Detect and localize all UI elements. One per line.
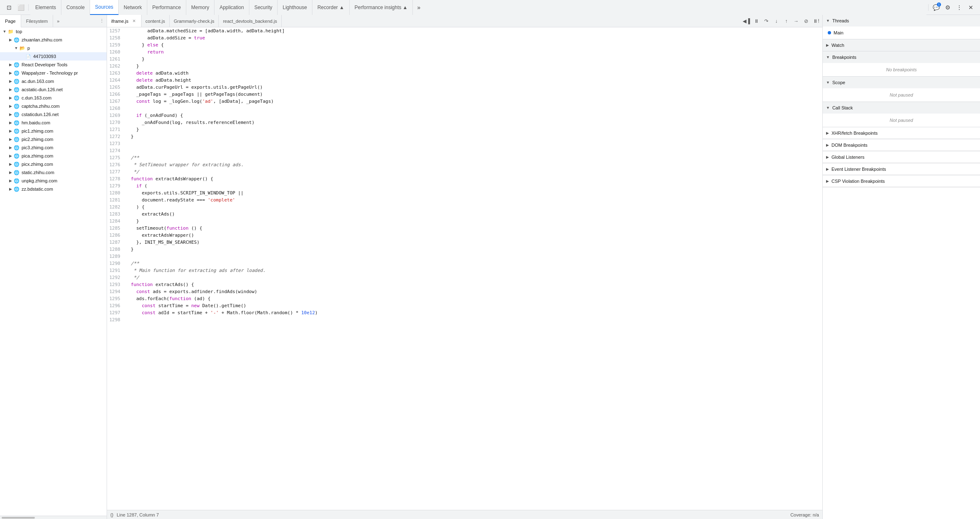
tab-network[interactable]: Network: [119, 0, 147, 15]
line-number: 1289: [107, 253, 124, 260]
tree-item-acstatic[interactable]: ▶ 🌐 acstatic-dun.126.net: [0, 85, 107, 94]
file-icon-447103093: 📄: [25, 53, 32, 60]
editor-tab-iframe[interactable]: iframe.js ✕: [107, 15, 141, 27]
event-header[interactable]: ▶ Event Listener Breakpoints: [823, 163, 980, 175]
code-line: 1263 delete adData.width: [107, 70, 822, 77]
device-toolbar-btn[interactable]: ⬜: [15, 2, 27, 13]
dom-header[interactable]: ▶ DOM Breakpoints: [823, 139, 980, 151]
editor-tab-grammarly[interactable]: Grammarly-check.js: [170, 15, 219, 27]
tab-performance[interactable]: Performance: [147, 0, 186, 15]
tab-security[interactable]: Security: [249, 0, 278, 15]
cursor-position: Line 1287, Column 7: [117, 512, 159, 517]
line-content: }: [124, 63, 822, 70]
editor-tab-react-backend[interactable]: react_devtools_backend.js: [219, 15, 281, 27]
tab-elements[interactable]: Elements: [30, 0, 61, 15]
line-number: 1272: [107, 133, 124, 140]
tab-sources[interactable]: Sources: [90, 0, 119, 15]
tree-item-447103093[interactable]: ▶ 📄 447103093: [0, 52, 107, 61]
line-number: 1295: [107, 295, 124, 302]
tree-item-unpkg[interactable]: ▶ 🌐 unpkg.zhimg.com: [0, 177, 107, 185]
xhr-header[interactable]: ▶ XHR/fetch Breakpoints: [823, 127, 980, 139]
editor-tab-iframe-close[interactable]: ✕: [131, 18, 137, 24]
call-stack-header[interactable]: ▼ Call Stack: [823, 102, 980, 114]
tree-label-picx: picx.zhimg.com: [22, 162, 53, 167]
tree-item-pic2[interactable]: ▶ 🌐 pic2.zhimg.com: [0, 135, 107, 143]
tree-item-static[interactable]: ▶ 🌐 static.zhihu.com: [0, 168, 107, 177]
tab-console[interactable]: Console: [61, 0, 90, 15]
tab-application[interactable]: Application: [215, 0, 249, 15]
inspect-element-btn[interactable]: ⊡: [3, 2, 15, 13]
step-btn[interactable]: →: [792, 17, 801, 26]
pause-on-exceptions-btn[interactable]: ⏸!: [812, 17, 821, 26]
coverage-info: Coverage: n/a: [790, 512, 819, 517]
breakpoints-header[interactable]: ▼ Breakpoints: [823, 51, 980, 63]
editor-tab-content[interactable]: content.js: [141, 15, 170, 27]
more-tabs-btn[interactable]: »: [413, 2, 424, 13]
sidebar-more-btn[interactable]: »: [53, 15, 63, 27]
tree-item-pica[interactable]: ▶ 🌐 pica.zhimg.com: [0, 152, 107, 160]
close-devtools-btn[interactable]: ✕: [965, 2, 977, 13]
tree-item-zz[interactable]: ▶ 🌐 zz.bdstatic.com: [0, 185, 107, 193]
tree-item-hm-baidu[interactable]: ▶ 🌐 hm.baidu.com: [0, 119, 107, 127]
line-content: const startTime = new Date().getTime(): [124, 302, 822, 309]
csp-header[interactable]: ▶ CSP Violation Breakpoints: [823, 175, 980, 187]
threads-arrow: ▼: [826, 19, 830, 23]
tree-item-top[interactable]: ▼ 📁 top: [0, 27, 107, 36]
tab-recorder[interactable]: Recorder ▲: [312, 0, 350, 15]
tab-lighthouse[interactable]: Lighthouse: [278, 0, 312, 15]
breakpoints-arrow: ▼: [826, 55, 830, 59]
step-over-btn[interactable]: ↷: [762, 17, 771, 26]
code-line: 1267 const log = _logGen.log('ad', [adDa…: [107, 98, 822, 105]
scope-header[interactable]: ▼ Scope: [823, 77, 980, 88]
file-tree: ▼ 📁 top ▶ 🌐 zhuanlan.zhihu.com ▼ 📂 p ▶ 📄…: [0, 27, 107, 516]
tree-item-zhuanlan[interactable]: ▶ 🌐 zhuanlan.zhihu.com: [0, 36, 107, 44]
step-out-btn[interactable]: ↑: [782, 17, 791, 26]
global-header[interactable]: ▶ Global Listeners: [823, 151, 980, 163]
pretty-print-btn[interactable]: {}: [110, 512, 113, 517]
tree-item-c-dun[interactable]: ▶ 🌐 c.dun.163.com: [0, 94, 107, 102]
breakpoints-label: Breakpoints: [832, 55, 856, 60]
watch-header[interactable]: ▶ Watch: [823, 39, 980, 51]
tree-item-p[interactable]: ▼ 📂 p: [0, 44, 107, 52]
line-number: 1282: [107, 204, 124, 211]
domain-icon-cstaticdun: 🌐: [13, 111, 20, 118]
settings-btn[interactable]: ⚙: [942, 2, 953, 13]
watch-section: ▶ Watch: [823, 39, 980, 51]
tree-item-cstaticdun[interactable]: ▶ 🌐 cstaticdun.126.net: [0, 110, 107, 119]
tree-arrow-unpkg: ▶: [7, 178, 13, 184]
tree-item-react-devtools[interactable]: ▶ 🌐 React Developer Tools: [0, 61, 107, 69]
sidebar-tab-page[interactable]: Page: [0, 15, 21, 27]
tree-item-ac-dun[interactable]: ▶ 🌐 ac.dun.163.com: [0, 77, 107, 85]
line-number: 1265: [107, 84, 124, 91]
tab-memory[interactable]: Memory: [186, 0, 215, 15]
tree-label-wappalyzer: Wappalyzer - Technology pr: [22, 70, 78, 75]
show-navigator-btn[interactable]: ◀▐: [742, 17, 751, 26]
line-content: */: [124, 274, 822, 281]
code-editor[interactable]: 1257 adData.matchedSize = [adData.width,…: [107, 27, 822, 510]
tab-performance-insights[interactable]: Performance insights ▲: [350, 0, 413, 15]
step-into-btn[interactable]: ↓: [772, 17, 781, 26]
sidebar-tab-filesystem[interactable]: Filesystem: [21, 15, 54, 27]
tree-item-captcha[interactable]: ▶ 🌐 captcha.zhihu.com: [0, 102, 107, 110]
sidebar-scrollbar[interactable]: [0, 516, 107, 519]
code-line: 1296 const startTime = new Date().getTim…: [107, 302, 822, 309]
pause-btn[interactable]: ⏸: [752, 17, 761, 26]
tree-arrow-acstatic: ▶: [7, 87, 13, 92]
tree-label-top: top: [16, 29, 22, 34]
tree-label-hm-baidu: hm.baidu.com: [22, 120, 50, 125]
thread-main[interactable]: Main: [826, 28, 977, 37]
watch-label: Watch: [831, 43, 844, 48]
tree-item-picx[interactable]: ▶ 🌐 picx.zhimg.com: [0, 160, 107, 168]
chat-btn[interactable]: 💬 1: [930, 2, 942, 13]
sidebar-menu-btn[interactable]: ⋮: [97, 15, 107, 27]
code-line: 1294 const ads = exports.adfinder.findAd…: [107, 288, 822, 295]
line-number: 1287: [107, 239, 124, 246]
line-content: */: [124, 168, 822, 175]
more-menu-btn[interactable]: ⋮: [953, 2, 965, 13]
line-content: [124, 147, 822, 154]
tree-item-pic1[interactable]: ▶ 🌐 pic1.zhimg.com: [0, 127, 107, 135]
tree-item-pic3[interactable]: ▶ 🌐 pic3.zhimg.com: [0, 143, 107, 152]
threads-header[interactable]: ▼ Threads: [823, 15, 980, 27]
deactivate-breakpoints-btn[interactable]: ⊘: [802, 17, 811, 26]
tree-item-wappalyzer[interactable]: ▶ 🌐 Wappalyzer - Technology pr: [0, 69, 107, 77]
